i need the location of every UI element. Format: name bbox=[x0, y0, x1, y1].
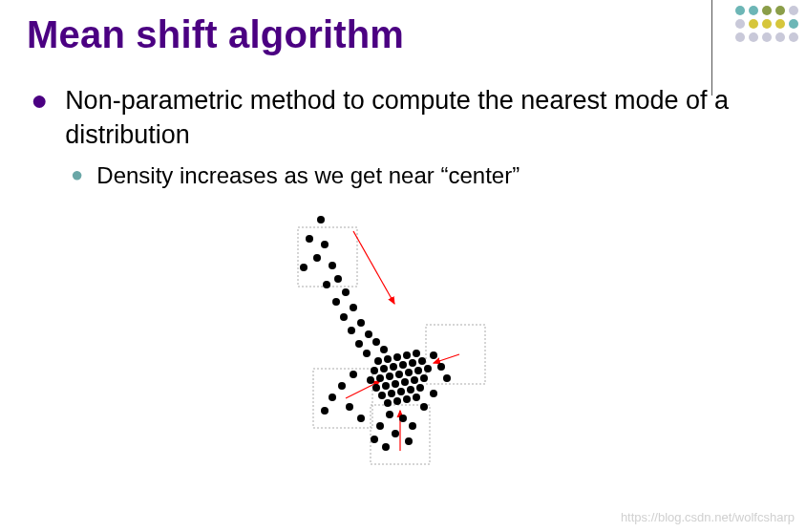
svg-point-59 bbox=[413, 394, 420, 401]
svg-point-68 bbox=[399, 415, 407, 422]
svg-point-42 bbox=[405, 369, 413, 376]
mean-shift-figure bbox=[31, 210, 749, 472]
svg-point-71 bbox=[392, 430, 399, 437]
svg-point-52 bbox=[388, 390, 395, 397]
svg-point-36 bbox=[409, 359, 416, 367]
svg-point-62 bbox=[443, 374, 451, 382]
svg-point-18 bbox=[350, 304, 357, 311]
bullet-text: Density increases as we get near “center… bbox=[96, 160, 520, 191]
svg-point-14 bbox=[334, 275, 342, 283]
svg-point-19 bbox=[340, 313, 348, 321]
watermark: https://blog.csdn.net/wolfcsharp bbox=[621, 510, 795, 524]
svg-point-40 bbox=[386, 372, 393, 380]
svg-point-75 bbox=[357, 415, 365, 422]
svg-point-48 bbox=[401, 378, 409, 386]
bullet-icon: ● bbox=[71, 160, 83, 191]
bullet-text: Non-parametric method to compute the nea… bbox=[65, 83, 749, 153]
bullet-level-2: ● Density increases as we get near “cent… bbox=[71, 160, 749, 191]
svg-point-34 bbox=[390, 363, 397, 371]
svg-point-77 bbox=[420, 403, 428, 411]
svg-point-33 bbox=[380, 365, 388, 372]
svg-point-55 bbox=[416, 384, 424, 392]
svg-point-8 bbox=[317, 216, 325, 223]
svg-point-58 bbox=[403, 395, 411, 403]
svg-point-56 bbox=[384, 399, 392, 407]
svg-line-5 bbox=[434, 354, 459, 363]
svg-point-28 bbox=[384, 355, 392, 363]
slide-title: Mean shift algorithm bbox=[0, 0, 806, 56]
svg-point-73 bbox=[382, 443, 390, 451]
svg-point-31 bbox=[413, 350, 420, 357]
svg-point-63 bbox=[350, 371, 357, 378]
svg-point-46 bbox=[382, 382, 390, 390]
decor-dot bbox=[762, 19, 772, 29]
decor-dot bbox=[735, 19, 745, 29]
svg-point-11 bbox=[313, 254, 321, 262]
bullet-level-1: ● Non-parametric method to compute the n… bbox=[31, 83, 749, 153]
svg-point-29 bbox=[393, 353, 401, 361]
svg-point-70 bbox=[376, 422, 384, 430]
svg-line-4 bbox=[353, 231, 394, 304]
svg-point-32 bbox=[371, 367, 378, 374]
svg-point-44 bbox=[424, 365, 432, 372]
svg-point-76 bbox=[346, 403, 353, 411]
svg-point-22 bbox=[365, 330, 372, 338]
scatter-diagram bbox=[246, 210, 533, 468]
svg-point-43 bbox=[414, 367, 422, 374]
svg-point-64 bbox=[338, 382, 346, 390]
svg-point-24 bbox=[372, 338, 380, 346]
svg-point-16 bbox=[342, 288, 350, 296]
corner-decor bbox=[735, 6, 798, 42]
svg-point-39 bbox=[376, 374, 384, 382]
svg-point-15 bbox=[323, 281, 330, 288]
decor-dot bbox=[775, 32, 785, 42]
svg-point-25 bbox=[363, 350, 371, 357]
svg-point-17 bbox=[332, 298, 340, 306]
decor-dot bbox=[775, 6, 785, 15]
svg-point-50 bbox=[420, 374, 428, 382]
decor-dot bbox=[789, 32, 798, 42]
svg-point-74 bbox=[371, 436, 378, 443]
decor-dot bbox=[762, 6, 772, 15]
content-area: ● Non-parametric method to compute the n… bbox=[0, 56, 806, 472]
svg-point-61 bbox=[437, 363, 445, 371]
bullet-icon: ● bbox=[31, 83, 48, 153]
svg-point-41 bbox=[395, 371, 403, 378]
svg-point-51 bbox=[378, 392, 386, 399]
svg-point-66 bbox=[321, 407, 329, 415]
svg-point-35 bbox=[399, 361, 407, 369]
svg-point-67 bbox=[386, 411, 393, 418]
decor-dot bbox=[789, 6, 798, 15]
svg-point-45 bbox=[372, 384, 380, 392]
decor-dot bbox=[789, 19, 798, 29]
svg-point-10 bbox=[321, 241, 329, 248]
svg-point-13 bbox=[300, 264, 308, 271]
svg-point-49 bbox=[411, 376, 418, 384]
svg-point-47 bbox=[392, 380, 399, 388]
vertical-divider bbox=[711, 0, 712, 96]
svg-point-12 bbox=[329, 262, 336, 269]
svg-point-69 bbox=[409, 422, 416, 430]
svg-point-30 bbox=[403, 351, 411, 359]
decor-dot bbox=[762, 32, 772, 42]
svg-point-54 bbox=[407, 386, 414, 394]
svg-point-37 bbox=[418, 357, 426, 365]
decor-dot bbox=[775, 19, 785, 29]
svg-point-20 bbox=[357, 319, 365, 327]
svg-point-38 bbox=[367, 376, 374, 384]
svg-point-23 bbox=[355, 340, 363, 348]
svg-point-65 bbox=[329, 394, 336, 401]
svg-point-78 bbox=[430, 390, 437, 397]
decor-dot bbox=[735, 6, 745, 15]
svg-point-57 bbox=[393, 397, 401, 405]
svg-point-60 bbox=[430, 351, 437, 359]
svg-point-72 bbox=[405, 437, 413, 445]
decor-dot bbox=[735, 32, 745, 42]
svg-point-27 bbox=[374, 357, 382, 365]
decor-dot bbox=[749, 32, 758, 42]
decor-dot bbox=[749, 19, 758, 29]
decor-dot bbox=[749, 6, 758, 15]
svg-point-53 bbox=[397, 388, 405, 395]
svg-point-9 bbox=[306, 235, 313, 243]
svg-point-26 bbox=[380, 346, 388, 353]
